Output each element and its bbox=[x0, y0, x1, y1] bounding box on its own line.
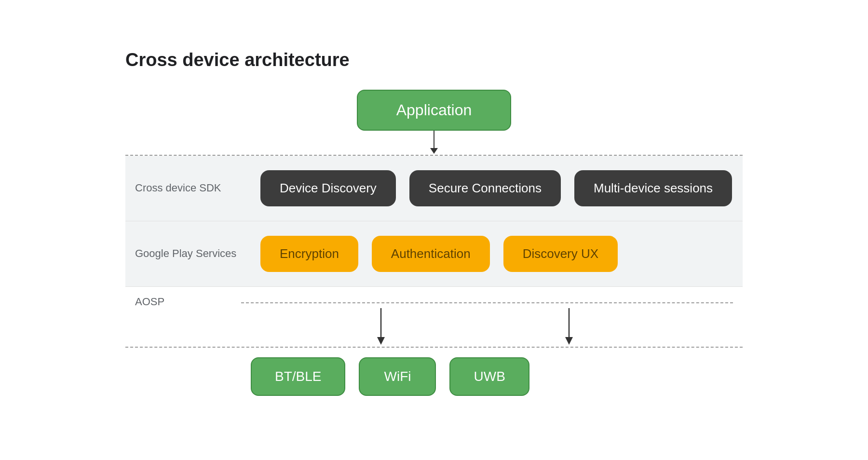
sdk-items: Device Discovery Secure Connections Mult… bbox=[260, 170, 733, 206]
play-items: Encryption Authentication Discovery UX bbox=[260, 236, 733, 272]
play-authentication: Authentication bbox=[372, 236, 490, 272]
application-row: Application bbox=[125, 90, 743, 131]
bottom-uwb: UWB bbox=[449, 357, 529, 396]
play-discovery-ux: Discovery UX bbox=[503, 236, 618, 272]
play-label: Google Play Services bbox=[135, 247, 241, 261]
sdk-multi-device-sessions: Multi-device sessions bbox=[574, 170, 732, 206]
sdk-band-row: Cross device SDK Device Discovery Secure… bbox=[125, 156, 743, 221]
app-arrow bbox=[125, 131, 743, 155]
architecture-diagram: Application Cross device SDK Device Disc… bbox=[125, 90, 743, 410]
svg-marker-3 bbox=[565, 337, 573, 345]
play-band-row: Google Play Services Encryption Authenti… bbox=[125, 221, 743, 286]
sdk-device-discovery: Device Discovery bbox=[260, 170, 396, 206]
application-box: Application bbox=[357, 90, 512, 131]
page-title: Cross device architecture bbox=[125, 50, 743, 70]
main-container: Cross device architecture Application Cr… bbox=[96, 30, 772, 430]
bottom-wifi: WiFi bbox=[359, 357, 436, 396]
sdk-label: Cross device SDK bbox=[135, 181, 241, 195]
sdk-band: Cross device SDK Device Discovery Secure… bbox=[125, 156, 743, 221]
bottom-btble: BT/BLE bbox=[251, 357, 345, 396]
play-encryption: Encryption bbox=[260, 236, 358, 272]
arrows-container bbox=[251, 308, 743, 347]
aosp-row: AOSP bbox=[125, 287, 743, 308]
sdk-secure-connections: Secure Connections bbox=[409, 170, 561, 206]
bottom-boxes-row: BT/BLE WiFi UWB bbox=[251, 357, 743, 410]
play-band: Google Play Services Encryption Authenti… bbox=[125, 221, 743, 287]
aosp-label: AOSP bbox=[135, 296, 241, 308]
svg-marker-1 bbox=[377, 337, 385, 345]
